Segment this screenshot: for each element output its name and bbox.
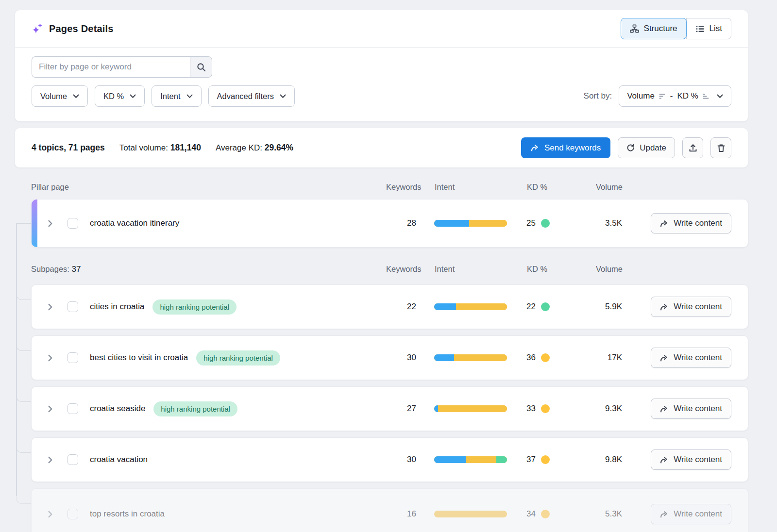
row-checkbox[interactable] xyxy=(68,509,78,519)
delete-button[interactable] xyxy=(710,137,731,158)
row-checkbox[interactable] xyxy=(68,301,78,312)
write-content-button[interactable]: Write content xyxy=(651,449,731,470)
forward-arrow-icon xyxy=(660,354,668,362)
sort-by-label: Sort by: xyxy=(584,91,612,101)
view-toggle: Structure List xyxy=(621,18,731,39)
kd-dot xyxy=(541,353,550,362)
kd-value: 37 xyxy=(526,455,536,465)
kd-value: 25 xyxy=(526,218,536,228)
table-row: top resorts in croatia 16 34 5.3K Write … xyxy=(31,488,748,532)
intent-filter-dropdown[interactable]: Intent xyxy=(152,85,201,107)
keywords-count: 27 xyxy=(386,404,416,414)
total-volume-stat: Total volume: 181,140 xyxy=(119,143,201,153)
pages-table: Pillar page Keywords Intent KD % Volume … xyxy=(31,175,748,532)
average-kd-stat: Average KD: 29.64% xyxy=(216,143,293,153)
tree-connector xyxy=(16,496,31,504)
forward-arrow-icon xyxy=(660,220,668,227)
table-row: croatia vacation 30 37 9.8K Write conten… xyxy=(31,437,748,482)
header-card: Pages Details Structure List xyxy=(15,10,748,122)
write-content-button[interactable]: Write content xyxy=(651,399,731,419)
forward-arrow-icon xyxy=(660,456,668,464)
row-checkbox[interactable] xyxy=(68,352,78,363)
keywords-column-header: Keywords xyxy=(386,265,417,274)
kd-filter-dropdown[interactable]: KD % xyxy=(95,85,145,107)
forward-arrow-icon xyxy=(660,303,668,311)
expand-row-button[interactable] xyxy=(45,404,55,414)
structure-icon xyxy=(630,24,639,33)
page-title: Pages Details xyxy=(49,23,114,34)
intent-bar xyxy=(434,456,507,463)
high-ranking-potential-badge: high ranking potential xyxy=(152,299,236,315)
write-content-button[interactable]: Write content xyxy=(651,348,731,368)
volume-value: 9.8K xyxy=(573,455,622,465)
chevron-down-icon xyxy=(280,94,286,99)
title-row: Pages Details Structure List xyxy=(15,10,748,48)
chevron-right-icon xyxy=(48,405,53,413)
sort-descending-icon xyxy=(659,94,666,99)
subpages-header-row: Subpages: 37 Keywords Intent KD % Volume xyxy=(31,254,748,284)
search-input[interactable] xyxy=(32,56,190,78)
search-button[interactable] xyxy=(190,56,212,78)
expand-row-button[interactable] xyxy=(45,455,55,465)
row-checkbox[interactable] xyxy=(68,454,78,465)
table-row: best cities to visit in croatiahigh rank… xyxy=(31,335,748,380)
search-icon xyxy=(197,63,206,72)
kd-value: 34 xyxy=(526,509,536,519)
expand-row-button[interactable] xyxy=(45,509,55,519)
write-content-button[interactable]: Write content xyxy=(651,297,731,317)
row-checkbox[interactable] xyxy=(68,403,78,414)
pillar-header-row: Pillar page Keywords Intent KD % Volume xyxy=(31,175,748,199)
kd-value: 36 xyxy=(526,353,536,363)
volume-column-header: Volume xyxy=(574,183,623,192)
structure-view-button[interactable]: Structure xyxy=(621,18,687,39)
list-view-button[interactable]: List xyxy=(686,18,731,39)
kd-dot xyxy=(541,219,550,228)
sort-ascending-icon xyxy=(703,94,709,99)
tree-connector xyxy=(16,223,31,224)
kd-dot xyxy=(541,302,550,311)
keywords-count: 30 xyxy=(386,455,416,465)
update-button[interactable]: Update xyxy=(618,137,675,158)
kd-column-header: KD % xyxy=(516,183,574,192)
chevron-down-icon xyxy=(717,94,723,99)
keywords-count: 16 xyxy=(386,509,416,519)
volume-filter-dropdown[interactable]: Volume xyxy=(32,85,88,107)
volume-column-header: Volume xyxy=(574,265,623,274)
tree-connector xyxy=(16,223,17,496)
page-name: top resorts in croatia xyxy=(90,509,165,519)
topics-pages-count: 4 topics, 71 pages xyxy=(32,143,105,153)
keywords-count: 28 xyxy=(386,218,416,228)
pages-details-panel: Pages Details Structure List xyxy=(15,0,748,532)
chevron-right-icon xyxy=(48,354,53,362)
kd-value: 22 xyxy=(526,302,536,312)
forward-arrow-icon xyxy=(660,405,668,413)
tree-connector xyxy=(16,445,31,453)
intent-bar xyxy=(434,405,507,412)
write-content-button[interactable]: Write content xyxy=(651,504,731,524)
intent-bar xyxy=(434,220,507,227)
expand-row-button[interactable] xyxy=(45,218,55,228)
chevron-down-icon xyxy=(186,94,193,99)
expand-row-button[interactable] xyxy=(45,302,55,312)
page-name: best cities to visit in croatia xyxy=(90,353,188,363)
expand-row-button[interactable] xyxy=(45,353,55,363)
tree-connector xyxy=(16,292,31,300)
advanced-filters-dropdown[interactable]: Advanced filters xyxy=(208,85,295,107)
row-checkbox[interactable] xyxy=(68,218,78,229)
kd-dot xyxy=(541,455,550,464)
high-ranking-potential-badge: high ranking potential xyxy=(153,401,237,416)
subpages-count-label: Subpages: 37 xyxy=(31,265,386,274)
kd-dot xyxy=(541,404,550,413)
intent-bar xyxy=(434,354,507,361)
send-keywords-button[interactable]: Send keywords xyxy=(521,137,610,158)
write-content-button[interactable]: Write content xyxy=(651,213,731,233)
kd-column-header: KD % xyxy=(516,265,574,274)
pillar-gradient-bar xyxy=(32,200,37,247)
chevron-down-icon xyxy=(130,94,136,99)
export-button[interactable] xyxy=(682,137,703,158)
keywords-count: 22 xyxy=(386,302,416,312)
forward-arrow-icon xyxy=(660,511,668,518)
page-name: croatia vacation xyxy=(90,455,148,465)
sort-select[interactable]: Volume - KD % xyxy=(619,85,731,107)
forward-arrow-icon xyxy=(531,144,539,151)
